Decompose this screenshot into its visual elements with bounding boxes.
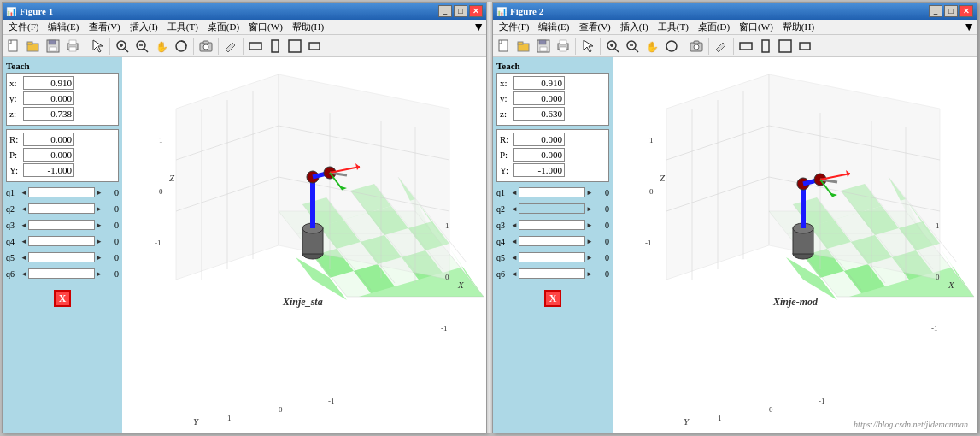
figure2-menu-help[interactable]: 帮助(H) [778,21,819,34]
figure1-minimize[interactable]: _ [438,5,452,17]
tb2-pan[interactable]: ✋ [643,37,661,56]
figure2-q3-slider[interactable] [519,220,585,230]
figure1-R-value[interactable]: 0.000 [23,133,74,146]
figure1-q1-left[interactable]: ◄ [20,189,28,197]
figure1-x-value[interactable]: 0.910 [23,76,74,90]
figure1-q6-left[interactable]: ◄ [20,270,28,278]
tb2-camera[interactable] [687,37,706,56]
tb1-rect4[interactable] [305,37,324,56]
figure1-menu-desktop[interactable]: 桌面(D) [203,21,244,34]
figure1-close[interactable]: ✕ [469,5,483,17]
figure1-maximize[interactable]: □ [454,5,467,17]
figure1-z-value[interactable]: -0.738 [23,107,74,121]
figure1-q5-left[interactable]: ◄ [20,254,28,262]
figure2-plot[interactable]: Z 1 0 -1 Y 1 0 -1 X 1 0 -1 [613,57,977,433]
tb2-open[interactable] [514,37,533,56]
figure2-menu-window[interactable]: 窗口(W) [735,21,778,34]
tb1-zoom-out[interactable] [132,37,151,56]
figure1-y-value[interactable]: 0.000 [23,91,74,105]
figure1-q3-left[interactable]: ◄ [20,221,28,229]
figure2-menu-desktop[interactable]: 桌面(D) [694,21,734,34]
tb1-pan[interactable]: ✋ [152,37,171,56]
tb1-rect2[interactable] [266,37,285,56]
tb2-save[interactable] [534,37,553,56]
figure1-q2-right[interactable]: ► [95,205,103,213]
figure2-q5-slider[interactable] [519,252,585,262]
figure2-q4-right[interactable]: ► [585,238,594,245]
figure1-menu-insert[interactable]: 插入(I) [126,21,162,34]
tb2-rect3[interactable] [776,37,795,56]
figure1-q5-right[interactable]: ► [95,254,103,262]
figure2-q3-right[interactable]: ► [585,221,594,229]
figure2-Y-value[interactable]: -1.000 [513,163,565,177]
figure2-minimize[interactable]: _ [929,5,942,17]
figure1-q4-slider[interactable] [28,236,95,246]
figure2-menu-edit[interactable]: 编辑(E) [534,21,573,34]
figure2-menu-insert[interactable]: 插入(I) [616,21,653,34]
figure2-menu-tools[interactable]: 工具(T) [654,21,693,34]
figure2-titlebar[interactable]: 📊 Figure 2 _ □ ✕ [493,3,977,20]
tb1-rect1[interactable] [246,37,265,56]
figure1-menu-edit[interactable]: 编辑(E) [44,21,83,34]
figure1-q2-slider[interactable] [28,203,95,214]
tb1-print[interactable] [63,37,82,56]
tb1-rotate[interactable] [172,37,191,56]
figure2-close-btn[interactable]: X [544,290,561,307]
figure2-P-value[interactable]: 0.000 [513,148,565,162]
tb1-zoom-in[interactable] [113,37,132,56]
figure1-menu-help[interactable]: 帮助(H) [288,21,328,34]
figure2-q2-slider[interactable] [519,203,585,214]
figure2-maximize[interactable]: □ [944,5,958,17]
figure2-q2-right[interactable]: ► [585,205,594,213]
figure1-menu-expand[interactable]: ▼ [472,21,484,34]
figure1-plot[interactable]: Z 1 0 -1 Y 1 0 -1 X 1 0 -1 [122,57,486,433]
figure2-q5-left[interactable]: ◄ [510,254,519,262]
figure1-q3-slider[interactable] [28,220,95,230]
tb1-rect3[interactable] [285,37,304,56]
figure1-q3-right[interactable]: ► [95,221,103,229]
figure2-y-value[interactable]: 0.000 [513,91,565,105]
figure1-q1-slider[interactable] [28,187,95,197]
figure2-q3-left[interactable]: ◄ [510,221,519,229]
figure1-menu-window[interactable]: 窗口(W) [244,21,287,34]
figure2-menu-file[interactable]: 文件(F) [495,21,533,34]
tb1-new[interactable] [4,37,23,56]
figure1-P-value[interactable]: 0.000 [23,148,74,162]
figure2-q1-right[interactable]: ► [585,189,594,197]
figure2-q6-right[interactable]: ► [585,270,594,278]
figure1-menu-file[interactable]: 文件(F) [4,21,43,34]
figure2-q2-left[interactable]: ◄ [510,205,519,213]
figure2-menu-view[interactable]: 查看(V) [575,21,615,34]
figure1-Y-value[interactable]: -1.000 [23,163,74,177]
figure1-menu-view[interactable]: 查看(V) [85,21,125,34]
figure1-q4-right[interactable]: ► [95,238,103,245]
tb2-zoom-out[interactable] [623,37,642,56]
figure2-q6-left[interactable]: ◄ [510,270,519,278]
figure2-q4-left[interactable]: ◄ [510,238,519,245]
figure1-close-btn[interactable]: X [54,290,71,307]
tb2-rect4[interactable] [795,37,814,56]
figure1-q4-left[interactable]: ◄ [20,238,28,245]
figure2-q5-right[interactable]: ► [585,254,594,262]
figure1-q2-left[interactable]: ◄ [20,205,28,213]
tb2-rect1[interactable] [736,37,755,56]
tb2-rotate[interactable] [662,37,681,56]
figure2-menu-expand[interactable]: ▼ [963,21,975,34]
tb1-edit[interactable] [221,37,240,56]
tb1-save[interactable] [44,37,62,56]
figure2-q4-slider[interactable] [519,236,585,246]
figure2-R-value[interactable]: 0.000 [513,133,565,146]
tb2-print[interactable] [554,37,572,56]
tb1-open[interactable] [24,37,43,56]
figure2-close[interactable]: ✕ [959,5,973,17]
figure2-x-value[interactable]: 0.910 [513,76,565,90]
tb2-new[interactable] [495,37,513,56]
tb2-rect2[interactable] [756,37,775,56]
figure1-q5-slider[interactable] [28,252,95,262]
tb2-zoom-in[interactable] [603,37,622,56]
tb1-camera[interactable] [197,37,215,56]
tb2-edit[interactable] [712,37,731,56]
figure1-titlebar[interactable]: 📊 Figure 1 _ □ ✕ [3,3,486,20]
figure1-menu-tools[interactable]: 工具(T) [163,21,202,34]
figure2-q6-slider[interactable] [519,268,585,279]
